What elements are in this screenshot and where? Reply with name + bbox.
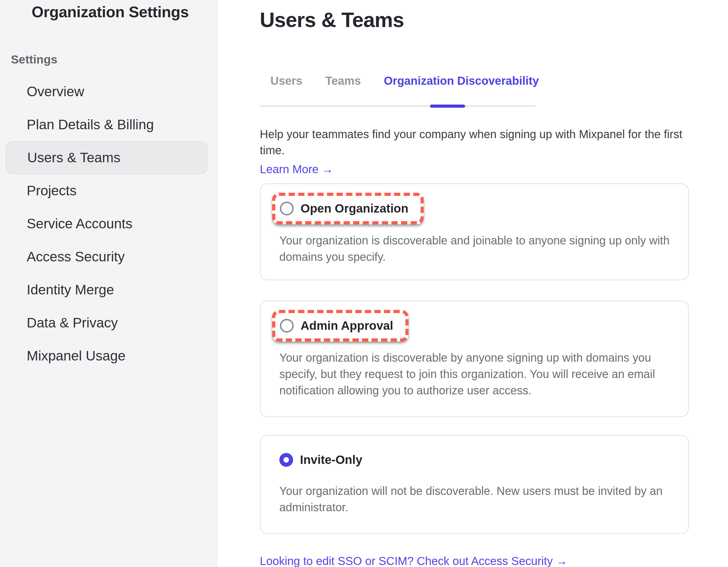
option-row-invite-only: Invite-Only: [279, 453, 362, 467]
sidebar-item-mixpanel-usage[interactable]: Mixpanel Usage: [0, 339, 217, 372]
sidebar-section-label: Settings: [11, 53, 217, 66]
sidebar-item-service-accounts[interactable]: Service Accounts: [0, 207, 217, 240]
option-description-invite-only: Your organization will not be discoverab…: [279, 483, 677, 516]
tab-bar: Users Teams Organization Discoverability: [260, 74, 535, 107]
option-label-open-organization: Open Organization: [301, 202, 408, 215]
radio-invite-only[interactable]: [279, 453, 293, 467]
tab-organization-discoverability[interactable]: Organization Discoverability: [384, 74, 539, 87]
main-content: Users & Teams Users Teams Organization D…: [218, 0, 728, 567]
sidebar-title: Organization Settings: [32, 3, 217, 21]
radio-open-organization[interactable]: [280, 202, 294, 215]
option-card-open-organization: Open Organization Your organization is d…: [260, 183, 689, 280]
tab-teams[interactable]: Teams: [325, 74, 361, 87]
option-card-admin-approval: Admin Approval Your organization is disc…: [260, 301, 689, 417]
sidebar: Organization Settings Settings Overview …: [0, 0, 217, 567]
sidebar-item-access-security[interactable]: Access Security: [0, 240, 217, 273]
sidebar-item-users-teams[interactable]: Users & Teams: [6, 141, 208, 174]
sidebar-nav: Overview Plan Details & Billing Users & …: [0, 75, 217, 372]
learn-more-link[interactable]: Learn More →: [260, 163, 333, 176]
option-description-admin-approval: Your organization is discoverable by any…: [279, 350, 677, 399]
sidebar-item-plan-details-billing[interactable]: Plan Details & Billing: [0, 108, 217, 141]
active-tab-indicator: [430, 104, 465, 108]
page-title: Users & Teams: [260, 8, 728, 32]
option-description-open-organization: Your organization is discoverable and jo…: [279, 232, 677, 265]
access-security-link[interactable]: Looking to edit SSO or SCIM? Check out A…: [260, 555, 728, 567]
arrow-right-icon: →: [556, 555, 568, 567]
annotation-box-admin-approval: Admin Approval: [272, 310, 408, 342]
sidebar-item-data-privacy[interactable]: Data & Privacy: [0, 306, 217, 339]
arrow-right-icon: →: [322, 163, 333, 175]
learn-more-label: Learn More: [260, 163, 319, 175]
sidebar-item-identity-merge[interactable]: Identity Merge: [0, 273, 217, 306]
radio-admin-approval[interactable]: [280, 319, 294, 333]
option-label-admin-approval: Admin Approval: [301, 319, 393, 333]
access-security-link-label: Looking to edit SSO or SCIM? Check out A…: [260, 555, 553, 567]
option-label-invite-only: Invite-Only: [300, 453, 362, 467]
intro-text: Help your teammates find your company wh…: [260, 126, 690, 158]
sidebar-item-projects[interactable]: Projects: [0, 174, 217, 207]
annotation-box-open-organization: Open Organization: [272, 193, 424, 224]
sidebar-item-overview[interactable]: Overview: [0, 75, 217, 108]
option-card-invite-only: Invite-Only Your organization will not b…: [260, 435, 689, 534]
tab-users[interactable]: Users: [270, 74, 302, 87]
